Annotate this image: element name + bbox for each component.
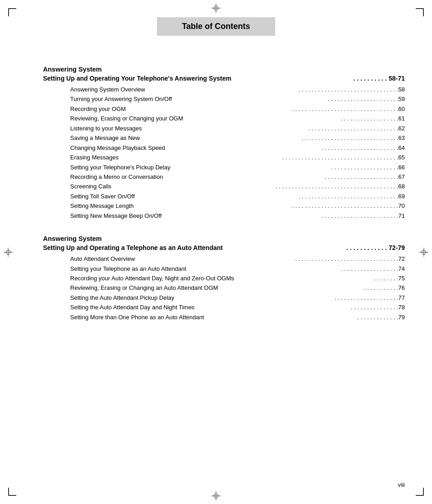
toc-entries-1: Answering System Overview . . . . . . . … [43,85,405,221]
list-item: Setting the Auto Attendant Pickup Delay … [43,293,405,302]
title-box: Table of Contents [157,17,275,36]
section-heading-2: Answering System [43,235,405,242]
section-title-label-2: Setting Up and Operating a Telephone as … [43,244,223,251]
list-item: Saving a Message as New . . . . . . . . … [43,133,405,143]
section-page-range-2: 72-79 [389,244,405,251]
section-title-dots-2: . . . . . . . . . . . . 72-79 [345,244,405,251]
list-item: Screening Calls . . . . . . . . . . . . … [43,182,405,191]
list-item: Changing Message Playback Speed . . . . … [43,143,405,153]
list-item: Setting the Auto Attendant Day and Night… [43,302,405,312]
list-item: Recording a Memo or Conversation . . . .… [43,172,405,182]
page-title: Table of Contents [182,22,250,31]
section-answering-system-2: Answering System Setting Up and Operatin… [43,235,405,322]
reg-mark-top [211,4,221,13]
reg-mark-left [4,248,13,257]
list-item: Setting Message Length . . . . . . . . .… [43,201,405,211]
list-item: Turning your Answering System On/Off . .… [43,94,405,104]
reg-mark-right [419,248,428,257]
page-number: viii [398,481,405,488]
list-item: Answering System Overview . . . . . . . … [43,85,405,94]
list-item: Erasing Messages . . . . . . . . . . . .… [43,153,405,162]
list-item: Setting Toll Saver On/Off . . . . . . . … [43,192,405,201]
section-title-dots-1: . . . . . . . . . . 58-71 [352,75,405,82]
section-answering-system-1: Answering System Setting Up and Operatin… [43,66,405,221]
list-item: Setting your Telephone as an Auto Attend… [43,264,405,274]
toc-content: Answering System Setting Up and Operatin… [43,66,405,336]
page: Table of Contents Answering System Setti… [0,0,432,504]
list-item: Reviewing, Erasing or Changing an Auto A… [43,283,405,293]
section-title-2: Setting Up and Operating a Telephone as … [43,244,405,251]
section-page-range-1: 58-71 [389,75,405,82]
section-title-label-1: Setting Up and Operating Your Telephone'… [43,75,231,82]
toc-entries-2: Auto Attendant Overview . . . . . . . . … [43,254,405,322]
corner-mark-top-left [8,8,16,16]
corner-mark-bottom-right [416,488,424,496]
list-item: Setting More than One Phone as an Auto A… [43,312,405,322]
list-item: Auto Attendant Overview . . . . . . . . … [43,254,405,264]
corner-mark-bottom-left [8,488,16,496]
list-item: Reviewing, Erasing or Changing your OGM … [43,114,405,123]
list-item: Recording your Auto Attendant Day, Night… [43,274,405,283]
list-item: Recording your OGM . . . . . . . . . . .… [43,104,405,114]
list-item: Setting your Telephone's Pickup Delay . … [43,163,405,172]
list-item: Setting New Message Beep On/Off . . . . … [43,211,405,221]
list-item: Listening to your Messages . . . . . . .… [43,124,405,133]
reg-mark-bottom [211,491,221,500]
section-heading-1: Answering System [43,66,405,73]
section-title-1: Setting Up and Operating Your Telephone'… [43,75,405,82]
corner-mark-top-right [416,8,424,16]
